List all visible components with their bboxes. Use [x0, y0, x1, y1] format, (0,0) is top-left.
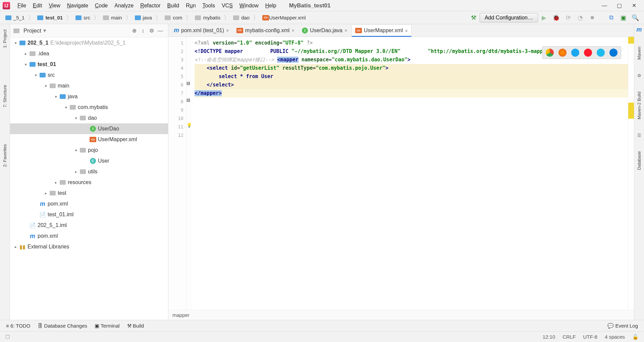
editor-body: 123456789101112 ⊟⊟💡 <?xml version="1.0" … — [168, 37, 634, 310]
terminal-button[interactable]: ▣ Terminal — [95, 323, 120, 329]
rail-project[interactable]: 1: Project — [2, 26, 8, 51]
safari-icon[interactable] — [571, 49, 579, 57]
ie-icon[interactable] — [597, 49, 605, 57]
locate-icon[interactable]: ⊕ — [130, 27, 139, 34]
tree-row[interactable]: 📄test_01.iml — [10, 209, 168, 220]
crumb-com[interactable]: com — [162, 14, 185, 21]
structure-icon[interactable]: ⧉ — [605, 13, 617, 22]
tab-close-icon[interactable]: × — [344, 27, 347, 33]
rail-structure[interactable]: 7: Structure — [2, 81, 8, 111]
menu-build[interactable]: Build — [164, 1, 183, 10]
crumb-java[interactable]: java — [132, 14, 155, 21]
fold-gutter: ⊟⊟💡 — [186, 37, 193, 310]
tree-row[interactable]: ▾com.mybatis — [10, 102, 168, 113]
rail-database[interactable]: Database — [636, 148, 642, 173]
crumb-src[interactable]: src — [73, 14, 93, 21]
tab-mybatis-config.xml[interactable]: <>mybatis-config.xml× — [233, 24, 298, 37]
run-anything-icon[interactable]: ▣ — [617, 13, 629, 22]
debug-icon[interactable]: 🐞 — [550, 13, 562, 22]
tree-row[interactable]: ▾pojo — [10, 145, 168, 156]
tree-row[interactable]: IUserDao — [10, 123, 168, 134]
tree-row[interactable]: ▸▮▮External Libraries — [10, 241, 168, 252]
profiler-icon[interactable]: ◔ — [574, 13, 586, 22]
line-separator[interactable]: CRLF — [562, 334, 576, 340]
edge-icon[interactable] — [609, 49, 618, 57]
tree-row[interactable]: ▾202_5_1E:\ideaproject\Mybatis\202_5_1 — [10, 38, 168, 48]
crumb-mybatis[interactable]: mybatis — [192, 14, 223, 21]
tree-row[interactable]: ▾main — [10, 80, 168, 91]
tree-row[interactable]: ▾dao — [10, 113, 168, 123]
menu-view[interactable]: View — [45, 1, 63, 10]
maximize-icon[interactable]: ▢ — [612, 2, 627, 9]
add-configuration-button[interactable]: Add Configuration… — [480, 13, 538, 22]
minimize-icon[interactable]: — — [597, 3, 612, 9]
tree-row[interactable]: ▾test_01 — [10, 59, 168, 70]
tab-UserMapper.xml[interactable]: <>UserMapper.xml× — [352, 24, 412, 37]
todo-button[interactable]: ≡ 6: TODO — [6, 323, 30, 329]
menu-vcs[interactable]: VCS — [218, 1, 236, 10]
project-tree[interactable]: ▾202_5_1E:\ideaproject\Mybatis\202_5_1▸.… — [10, 38, 168, 320]
lock-icon[interactable]: 🔓 — [632, 334, 639, 340]
stop-icon[interactable]: ■ — [586, 13, 598, 22]
hide-icon[interactable]: — — [156, 28, 165, 34]
gear-icon[interactable]: ⚙ — [147, 27, 156, 34]
tab-UserDao.java[interactable]: IUserDao.java× — [299, 24, 351, 37]
tab-close-icon[interactable]: × — [226, 27, 229, 33]
menu-code[interactable]: Code — [92, 1, 111, 10]
opera-icon[interactable] — [584, 49, 592, 57]
maven-icon[interactable]: m — [636, 26, 642, 33]
menu-edit[interactable]: Edit — [30, 1, 46, 10]
menu-file[interactable]: File — [14, 1, 30, 10]
left-rail: 1: Project 7: Structure 2: Favorites — [0, 24, 10, 320]
db-changes-button[interactable]: 🗄 Database Changes — [38, 323, 87, 329]
tab-close-icon[interactable]: × — [291, 27, 294, 33]
tree-row[interactable]: ▸.idea — [10, 48, 168, 59]
tree-row[interactable]: 📄202_5_1.iml — [10, 220, 168, 231]
coverage-icon[interactable]: ⟳ — [562, 13, 574, 22]
crumb-UserMapper.xml[interactable]: <> UserMapper.xml — [260, 14, 308, 21]
hammer-build-icon[interactable]: ⚒ — [468, 13, 480, 22]
tree-row[interactable]: <>UserMapper.xml — [10, 134, 168, 145]
menu-analyze[interactable]: Analyze — [111, 1, 137, 10]
editor-breadcrumb: mapper — [168, 310, 634, 320]
overview-ruler — [628, 37, 634, 310]
tree-row[interactable]: ▾java — [10, 91, 168, 102]
crumb-main[interactable]: main — [100, 14, 125, 21]
tree-row[interactable]: mpom.xml — [10, 198, 168, 209]
chrome-icon[interactable] — [546, 49, 554, 57]
crumb-dao[interactable]: dao — [230, 14, 252, 21]
menu-help[interactable]: Help — [262, 1, 280, 10]
rail-maven[interactable]: Maven — [636, 43, 642, 63]
menu-window[interactable]: Window — [236, 1, 262, 10]
tree-row[interactable]: ▸utils — [10, 166, 168, 177]
build-button[interactable]: ⚒ Build — [127, 323, 144, 329]
crumb-_5_1[interactable]: _5_1 — [3, 14, 27, 21]
search-icon[interactable]: 🔍 — [629, 13, 641, 22]
menu-refactor[interactable]: Refactor — [137, 1, 164, 10]
database-icon[interactable]: ☰ — [637, 133, 641, 138]
menu-navigate[interactable]: Navigate — [64, 1, 92, 10]
tree-row[interactable]: mpom.xml — [10, 231, 168, 241]
file-encoding[interactable]: UTF-8 — [583, 334, 597, 340]
gear-right-icon[interactable]: ⚙ — [637, 73, 641, 78]
tree-row[interactable]: ▸resources — [10, 177, 168, 188]
tab-pom.xml (test_01)[interactable]: mpom.xml (test_01)× — [170, 24, 232, 37]
tree-row[interactable]: CUser — [10, 156, 168, 166]
code-editor[interactable]: <?xml version="1.0" encoding="UTF-8" ?> … — [193, 37, 628, 310]
tab-close-icon[interactable]: × — [405, 28, 408, 34]
caret-position[interactable]: 12:10 — [543, 334, 555, 340]
firefox-icon[interactable] — [558, 49, 567, 57]
menu-run[interactable]: Run — [182, 1, 199, 10]
event-log-button[interactable]: 💬 Event Log — [607, 323, 638, 329]
expand-icon[interactable]: ↕ — [139, 28, 147, 34]
tree-row[interactable]: ▸test — [10, 188, 168, 198]
tree-row[interactable]: ▾src — [10, 70, 168, 80]
rail-favorites[interactable]: 2: Favorites — [2, 141, 8, 170]
menu-tools[interactable]: Tools — [199, 1, 218, 10]
rail-maven-build[interactable]: Maven-2 Build — [636, 88, 642, 123]
close-icon[interactable]: ✕ — [627, 2, 641, 9]
bottom-toolbar: ≡ 6: TODO 🗄 Database Changes ▣ Terminal … — [0, 320, 644, 331]
crumb-test_01[interactable]: test_01 — [35, 14, 65, 21]
run-icon[interactable]: ▶ — [538, 13, 550, 22]
indent-setting[interactable]: 4 spaces — [605, 334, 625, 340]
